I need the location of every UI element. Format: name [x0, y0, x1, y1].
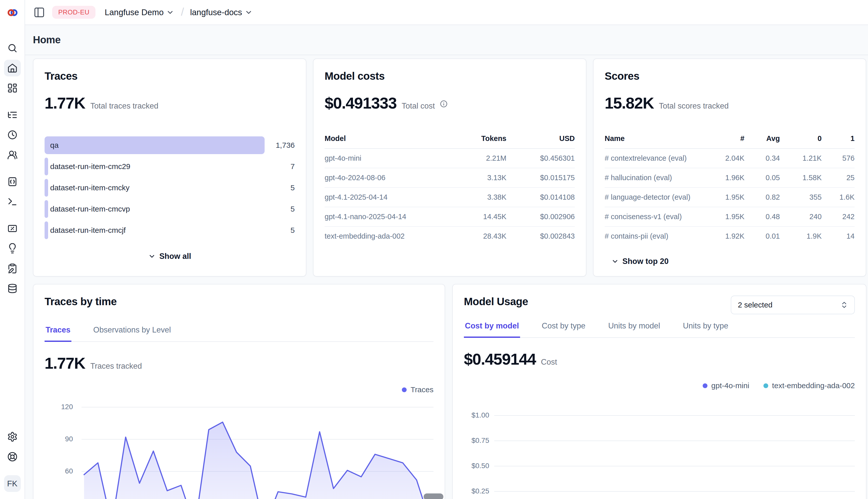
y-axis-tick-label: $1.00 — [464, 411, 489, 419]
scores-cell: 1.9K — [780, 227, 822, 246]
trace-bar-label: dataset-run-item-cmcky — [50, 183, 129, 192]
chevron-down-icon — [245, 8, 253, 16]
scores-cell: 1.95K — [706, 207, 745, 226]
y-axis-tick-label: 120 — [45, 403, 73, 411]
tab-units-by-type[interactable]: Units by type — [682, 321, 729, 338]
sidebar-item-support[interactable] — [4, 448, 21, 465]
sidebar-item-home[interactable] — [4, 60, 21, 76]
sidebar-item-users[interactable] — [4, 146, 21, 163]
trace-bar-label: qa — [50, 141, 59, 149]
model-costs-cell: 28.43K — [448, 227, 507, 246]
traces-by-time-title: Traces by time — [45, 295, 433, 308]
scores-cell: 1.96K — [706, 168, 745, 187]
show-top-20-label: Show top 20 — [622, 257, 669, 266]
scores-cell: 14 — [822, 227, 855, 246]
chart-plot-area — [494, 396, 855, 499]
user-avatar[interactable]: FK — [4, 475, 21, 492]
model-select-value: 2 selected — [738, 301, 773, 309]
model-select[interactable]: 2 selected — [731, 295, 855, 314]
model-costs-cell: gpt-4.1-2025-04-14 — [325, 188, 448, 207]
percent-square-icon — [7, 223, 18, 234]
scores-cell: # hallucination (eval) — [605, 168, 706, 187]
chevron-down-icon — [611, 258, 619, 265]
trace-bar-row: dataset-run-item-cmcky5 — [45, 179, 295, 197]
tab-traces[interactable]: Traces — [45, 326, 71, 342]
legend-dot-icon — [703, 384, 708, 388]
tab-units-by-model[interactable]: Units by model — [607, 321, 661, 338]
scores-cell: 1.21K — [780, 149, 822, 168]
y-axis-tick-label: 60 — [45, 467, 73, 475]
page-title: Home — [33, 34, 60, 46]
sidebar-toggle-button[interactable] — [33, 7, 45, 18]
tab-cost-by-model[interactable]: Cost by model — [464, 321, 520, 338]
show-top-20-button[interactable]: Show top 20 — [605, 257, 855, 266]
sidebar-item-search[interactable] — [4, 40, 21, 57]
trace-bar-row: dataset-run-item-cmcvp5 — [45, 200, 295, 218]
legend-item: Traces — [402, 385, 433, 394]
chevrons-up-down-icon — [840, 301, 848, 309]
sidebar-item-sessions[interactable] — [4, 126, 21, 143]
org-selector[interactable]: Langfuse Demo — [105, 8, 174, 17]
scores-card: Scores 15.82K Total scores tracked Name#… — [593, 59, 866, 277]
tab-cost-by-type[interactable]: Cost by type — [541, 321, 586, 338]
sidebar-item-tracing[interactable] — [4, 107, 21, 123]
horizontal-scrollbar-thumb[interactable] — [424, 494, 443, 499]
sidebar-item-playground[interactable] — [4, 193, 21, 210]
sidebar-item-dashboards[interactable] — [4, 80, 21, 96]
gear-icon — [7, 431, 18, 442]
sidebar-item-settings[interactable] — [4, 428, 21, 445]
traces-total-label: Total traces tracked — [91, 101, 158, 111]
langfuse-logo[interactable] — [0, 0, 25, 25]
file-braces-icon — [7, 177, 18, 187]
sidebar-item-prompts[interactable] — [4, 173, 21, 190]
traces-bar-list: qa1,736dataset-run-item-cmc297dataset-ru… — [45, 136, 295, 239]
model-costs-row: gpt-4o-2024-08-063.13K$0.015175 — [325, 168, 575, 187]
trace-bar — [45, 221, 48, 239]
model-usage-title: Model Usage — [464, 295, 528, 308]
sidebar-item-annotation[interactable] — [4, 260, 21, 277]
scores-row: # contains-pii (eval)1.92K0.011.9K14 — [605, 226, 855, 246]
model-usage-card: Model Usage 2 selected Cost by modelCost… — [452, 284, 867, 499]
environment-badge: PROD-EU — [52, 6, 95, 19]
terminal-icon — [7, 196, 18, 207]
trace-bar-row: dataset-run-item-cmc297 — [45, 158, 295, 175]
model-usage-chart: $1.00$0.75$0.50$0.25 — [464, 396, 855, 499]
tab-observations-by-level[interactable]: Observations by Level — [92, 326, 172, 342]
scores-col-header: Name — [605, 134, 706, 148]
model-costs-cell: gpt-4.1-nano-2025-04-14 — [325, 207, 448, 226]
sidebar-item-llm-judge[interactable] — [4, 240, 21, 257]
y-axis-tick-label: $0.50 — [464, 462, 489, 470]
legend-dot-icon — [763, 384, 768, 388]
trace-bar — [45, 136, 265, 154]
scores-cell: # contextrelevance (eval) — [605, 149, 706, 168]
legend-label: text-embedding-ada-002 — [772, 381, 855, 390]
scores-cell: 1.6K — [822, 188, 855, 207]
sidebar-item-evaluation[interactable] — [4, 220, 21, 237]
project-selector[interactable]: langfuse-docs — [190, 8, 253, 17]
traces-by-time-card: Traces by time TracesObservations by Lev… — [33, 284, 445, 499]
sidebar-bottom: FK — [4, 428, 21, 499]
scores-col-header: # — [706, 134, 745, 148]
panel-left-icon — [33, 7, 45, 18]
model-costs-cell: gpt-4o-mini — [325, 149, 448, 168]
info-icon[interactable] — [440, 100, 448, 108]
model-usage-tabs: Cost by modelCost by typeUnits by modelU… — [464, 321, 855, 338]
model-costs-col-header: USD — [507, 134, 575, 148]
scores-col-header: 0 — [780, 134, 822, 148]
scores-cell: 1.92K — [706, 227, 745, 246]
model-costs-header-row: ModelTokensUSD — [325, 134, 575, 148]
legend-item: text-embedding-ada-002 — [763, 381, 855, 390]
clipboard-pen-icon — [7, 263, 18, 274]
model-costs-cell: $0.015175 — [507, 168, 575, 187]
scores-total: 15.82K — [605, 94, 654, 112]
scores-row: # contextrelevance (eval)2.04K0.341.21K5… — [605, 148, 855, 168]
scores-cell: # contains-pii (eval) — [605, 227, 706, 246]
sidebar-item-datasets[interactable] — [4, 280, 21, 297]
scores-header-row: Name#Avg01 — [605, 134, 855, 148]
search-icon — [7, 43, 18, 53]
legend-label: Traces — [411, 385, 433, 394]
lightbulb-icon — [7, 243, 18, 254]
show-all-button[interactable]: Show all — [45, 252, 295, 261]
traces-tracked-label: Traces tracked — [91, 362, 142, 371]
scores-row: # language-detector (eval)1.95K0.823551.… — [605, 187, 855, 207]
